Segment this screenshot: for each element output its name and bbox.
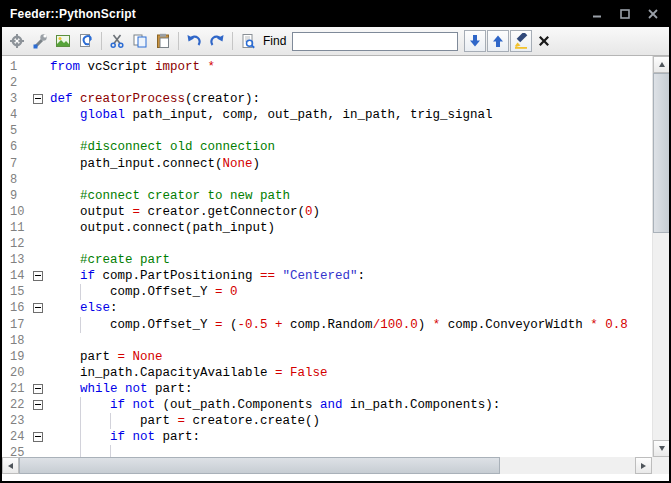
code-token: and xyxy=(320,398,343,412)
window-title: Feeder::PythonScript xyxy=(10,7,136,21)
undo-button[interactable] xyxy=(183,30,205,52)
code-text: from vcScript import * xyxy=(50,59,215,75)
code-token: vcScript xyxy=(80,60,155,74)
code-token: (out_path.Components xyxy=(155,398,320,412)
scroll-up-button[interactable] xyxy=(653,56,669,73)
code-token: + xyxy=(275,318,283,332)
horizontal-scroll-thumb[interactable] xyxy=(19,457,500,474)
code-token: None xyxy=(223,157,253,171)
line-number: 12 xyxy=(2,236,32,252)
code-token: comp.PartPositioning xyxy=(95,269,260,283)
triangle-left-icon xyxy=(8,463,13,469)
line-number: 15 xyxy=(2,284,32,300)
vertical-scrollbar[interactable] xyxy=(652,56,669,457)
cut-button[interactable] xyxy=(106,30,128,52)
line-number: 21 xyxy=(2,381,32,397)
code-lines[interactable]: 1from vcScript import *23def creatorProc… xyxy=(2,56,652,457)
find-previous-button[interactable] xyxy=(487,30,509,52)
code-token: from xyxy=(50,60,80,74)
wrench-icon xyxy=(32,33,48,49)
code-token xyxy=(50,253,80,267)
fold-toggle-icon[interactable] xyxy=(33,303,43,313)
code-text: part = None xyxy=(50,349,163,365)
fold-margin xyxy=(32,300,46,316)
find-input[interactable] xyxy=(292,32,458,51)
code-token xyxy=(223,285,231,299)
fold-margin xyxy=(32,268,46,284)
fold-toggle-icon[interactable] xyxy=(33,271,43,281)
vertical-scroll-thumb[interactable] xyxy=(653,73,669,233)
code-text: comp.Offset_Y = (-0.5 + comp.Random/100.… xyxy=(50,317,628,333)
code-line: 3def creatorProcess(creator): xyxy=(2,91,652,107)
code-token: part: xyxy=(148,382,193,396)
code-token: : xyxy=(110,301,118,315)
find-button[interactable] xyxy=(237,30,259,52)
scroll-right-button[interactable] xyxy=(635,457,652,474)
redo-button[interactable] xyxy=(206,30,228,52)
line-number: 18 xyxy=(2,333,32,349)
line-number: 9 xyxy=(2,188,32,204)
line-number: 10 xyxy=(2,204,32,220)
caption-buttons xyxy=(585,4,665,24)
title-bar[interactable]: Feeder::PythonScript xyxy=(2,0,669,27)
code-line: 23 part = creatore.create() xyxy=(2,413,652,429)
code-token: ) xyxy=(253,157,261,171)
code-token: global xyxy=(80,108,125,122)
close-button[interactable] xyxy=(641,4,665,24)
tools-button[interactable] xyxy=(29,30,51,52)
arrow-up-icon xyxy=(490,33,506,49)
fold-toggle-icon[interactable] xyxy=(33,384,43,394)
fold-margin xyxy=(32,284,46,300)
code-token xyxy=(268,318,276,332)
scroll-left-button[interactable] xyxy=(2,457,19,474)
line-number: 8 xyxy=(2,172,32,188)
line-number: 16 xyxy=(2,300,32,316)
fold-margin xyxy=(32,188,46,204)
gear-icon xyxy=(9,33,25,49)
maximize-button[interactable] xyxy=(613,4,637,24)
fold-margin xyxy=(32,59,46,75)
scroll-down-button[interactable] xyxy=(653,440,669,457)
code-token: * xyxy=(590,318,598,332)
code-text: global path_input, comp, out_path, in_pa… xyxy=(50,107,493,123)
code-line: 17 comp.Offset_Y = (-0.5 + comp.Random/1… xyxy=(2,317,652,333)
indent-guide xyxy=(80,445,81,457)
code-editor[interactable]: 1from vcScript import *23def creatorProc… xyxy=(2,56,669,481)
fold-margin xyxy=(32,333,46,349)
snapshot-button[interactable] xyxy=(52,30,74,52)
code-line: 4 global path_input, comp, out_path, in_… xyxy=(2,107,652,123)
refresh-icon xyxy=(78,33,94,49)
horizontal-scrollbar-row xyxy=(2,457,669,474)
code-token xyxy=(50,140,80,154)
clipboard-icon xyxy=(155,33,171,49)
triangle-right-icon xyxy=(641,463,646,469)
copy-button[interactable] xyxy=(129,30,151,52)
code-token xyxy=(125,430,133,444)
fold-toggle-icon[interactable] xyxy=(33,432,43,442)
reload-button[interactable] xyxy=(75,30,97,52)
code-token xyxy=(283,366,291,380)
clear-find-button[interactable] xyxy=(533,30,555,52)
window-content: Find xyxy=(2,27,669,481)
settings-button[interactable] xyxy=(6,30,28,52)
line-number: 14 xyxy=(2,268,32,284)
find-next-button[interactable] xyxy=(464,30,486,52)
find-label: Find xyxy=(263,34,286,48)
horizontal-scrollbar[interactable] xyxy=(2,457,652,474)
paste-button[interactable] xyxy=(152,30,174,52)
fold-toggle-icon[interactable] xyxy=(33,400,43,410)
picture-icon xyxy=(55,33,71,49)
code-token: part xyxy=(50,350,118,364)
fold-margin xyxy=(32,123,46,139)
highlight-matches-button[interactable] xyxy=(510,30,532,52)
bottom-strip xyxy=(2,474,669,481)
minimize-button[interactable] xyxy=(585,4,609,24)
code-token: 0 xyxy=(230,285,238,299)
code-line: 7 path_input.connect(None) xyxy=(2,156,652,172)
code-token: comp.Offset_Y xyxy=(50,318,215,332)
code-token xyxy=(50,108,80,122)
code-line: 12 xyxy=(2,236,652,252)
line-number: 7 xyxy=(2,156,32,172)
code-text: def creatorProcess(creator): xyxy=(50,91,260,107)
fold-toggle-icon[interactable] xyxy=(33,94,43,104)
